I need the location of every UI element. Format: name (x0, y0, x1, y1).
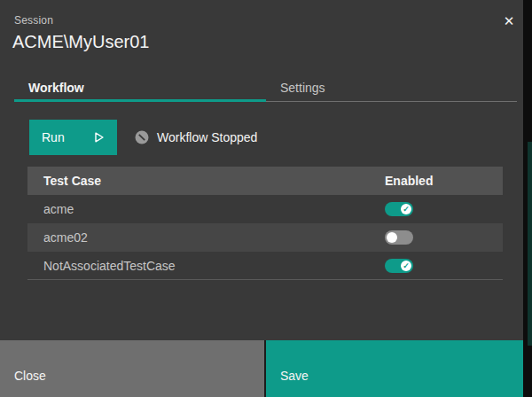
enabled-cell (385, 202, 503, 216)
test-case-cell: acme02 (27, 230, 385, 245)
status-text: Workflow Stopped (157, 130, 257, 144)
workflow-status: Workflow Stopped (135, 130, 257, 144)
enabled-cell (385, 230, 503, 245)
modal-eyebrow: Session (14, 14, 53, 27)
run-button[interactable]: Run (29, 120, 117, 155)
background-edge-strip (523, 0, 532, 397)
tab-bar: Workflow Settings (14, 76, 517, 102)
table-row: acme (27, 195, 503, 223)
table-body: acmeacme02NotAssociatedTestCase (27, 195, 503, 280)
column-header-test-case: Test Case (27, 174, 385, 188)
enabled-toggle[interactable] (385, 230, 413, 245)
toggle-knob (401, 261, 411, 271)
tab-settings[interactable]: Settings (266, 76, 517, 102)
enabled-cell (385, 259, 503, 273)
column-header-enabled: Enabled (385, 174, 503, 188)
test-case-cell: acme (27, 202, 385, 216)
table-header-row: Test Case Enabled (27, 167, 503, 195)
save-button[interactable]: Save (266, 340, 523, 397)
table-row: NotAssociatedTestCase (27, 252, 503, 280)
tab-workflow[interactable]: Workflow (14, 76, 266, 102)
modal-footer: Close Save (0, 340, 523, 397)
enabled-toggle[interactable] (385, 202, 413, 216)
play-outline-icon (91, 130, 106, 144)
toggle-knob (387, 232, 397, 243)
enabled-toggle[interactable] (385, 259, 413, 273)
test-case-table: Test Case Enabled acmeacme02NotAssociate… (27, 167, 503, 280)
table-row: acme02 (27, 223, 503, 252)
test-case-cell: NotAssociatedTestCase (27, 259, 385, 273)
background-accent-sliver (528, 142, 532, 346)
screen: Session ACME\MyUser01 ✕ Workflow Setting… (0, 0, 532, 397)
stopped-circle-icon (135, 130, 149, 144)
run-button-label: Run (42, 130, 65, 144)
page-title: ACME\MyUser01 (12, 32, 149, 52)
close-button[interactable]: Close (0, 340, 264, 397)
toggle-knob (401, 204, 411, 214)
session-modal: Session ACME\MyUser01 ✕ Workflow Setting… (0, 0, 523, 397)
close-icon[interactable]: ✕ (495, 7, 523, 35)
